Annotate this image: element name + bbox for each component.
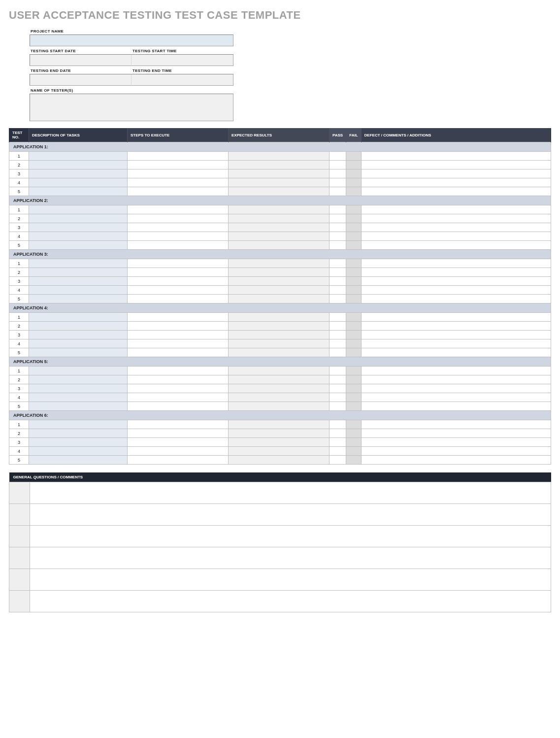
desc-cell[interactable] [29,375,128,384]
fail-cell[interactable] [346,286,361,295]
fail-cell[interactable] [346,161,361,169]
defect-cell[interactable] [361,268,551,277]
expected-cell[interactable] [229,313,329,322]
pass-cell[interactable] [329,214,346,223]
desc-cell[interactable] [29,169,128,178]
defect-cell[interactable] [361,348,551,357]
start-date-input[interactable] [30,54,132,66]
gq-body-cell[interactable] [30,547,551,569]
steps-cell[interactable] [128,286,229,295]
defect-cell[interactable] [361,214,551,223]
expected-cell[interactable] [229,169,329,178]
expected-cell[interactable] [229,339,329,348]
pass-cell[interactable] [329,259,346,268]
pass-cell[interactable] [329,187,346,196]
fail-cell[interactable] [346,393,361,402]
desc-cell[interactable] [29,223,128,232]
steps-cell[interactable] [128,331,229,339]
defect-cell[interactable] [361,339,551,348]
expected-cell[interactable] [229,438,329,447]
start-time-input[interactable] [132,54,233,66]
defect-cell[interactable] [361,456,551,465]
fail-cell[interactable] [346,214,361,223]
desc-cell[interactable] [29,178,128,187]
desc-cell[interactable] [29,456,128,465]
pass-cell[interactable] [329,161,346,169]
steps-cell[interactable] [128,348,229,357]
desc-cell[interactable] [29,331,128,339]
defect-cell[interactable] [361,187,551,196]
defect-cell[interactable] [361,402,551,411]
defect-cell[interactable] [361,259,551,268]
pass-cell[interactable] [329,277,346,286]
steps-cell[interactable] [128,322,229,331]
fail-cell[interactable] [346,187,361,196]
pass-cell[interactable] [329,286,346,295]
desc-cell[interactable] [29,429,128,438]
expected-cell[interactable] [229,429,329,438]
fail-cell[interactable] [346,429,361,438]
pass-cell[interactable] [329,295,346,303]
gq-id-cell[interactable] [9,504,30,526]
defect-cell[interactable] [361,178,551,187]
fail-cell[interactable] [346,322,361,331]
gq-body-cell[interactable] [30,504,551,526]
expected-cell[interactable] [229,205,329,214]
defect-cell[interactable] [361,429,551,438]
steps-cell[interactable] [128,259,229,268]
pass-cell[interactable] [329,393,346,402]
expected-cell[interactable] [229,384,329,393]
fail-cell[interactable] [346,178,361,187]
pass-cell[interactable] [329,339,346,348]
expected-cell[interactable] [229,232,329,241]
expected-cell[interactable] [229,152,329,161]
steps-cell[interactable] [128,438,229,447]
desc-cell[interactable] [29,339,128,348]
gq-id-cell[interactable] [9,526,30,547]
desc-cell[interactable] [29,367,128,375]
fail-cell[interactable] [346,384,361,393]
fail-cell[interactable] [346,232,361,241]
pass-cell[interactable] [329,232,346,241]
pass-cell[interactable] [329,205,346,214]
desc-cell[interactable] [29,241,128,250]
defect-cell[interactable] [361,223,551,232]
steps-cell[interactable] [128,420,229,429]
expected-cell[interactable] [229,456,329,465]
desc-cell[interactable] [29,268,128,277]
expected-cell[interactable] [229,259,329,268]
defect-cell[interactable] [361,367,551,375]
defect-cell[interactable] [361,322,551,331]
fail-cell[interactable] [346,169,361,178]
pass-cell[interactable] [329,447,346,456]
pass-cell[interactable] [329,223,346,232]
desc-cell[interactable] [29,286,128,295]
steps-cell[interactable] [128,161,229,169]
defect-cell[interactable] [361,438,551,447]
gq-body-cell[interactable] [30,526,551,547]
expected-cell[interactable] [229,241,329,250]
expected-cell[interactable] [229,178,329,187]
expected-cell[interactable] [229,393,329,402]
pass-cell[interactable] [329,402,346,411]
fail-cell[interactable] [346,277,361,286]
steps-cell[interactable] [128,367,229,375]
desc-cell[interactable] [29,438,128,447]
steps-cell[interactable] [128,178,229,187]
fail-cell[interactable] [346,295,361,303]
fail-cell[interactable] [346,402,361,411]
defect-cell[interactable] [361,286,551,295]
fail-cell[interactable] [346,348,361,357]
pass-cell[interactable] [329,420,346,429]
defect-cell[interactable] [361,169,551,178]
pass-cell[interactable] [329,438,346,447]
pass-cell[interactable] [329,348,346,357]
pass-cell[interactable] [329,367,346,375]
fail-cell[interactable] [346,367,361,375]
pass-cell[interactable] [329,313,346,322]
steps-cell[interactable] [128,429,229,438]
desc-cell[interactable] [29,348,128,357]
steps-cell[interactable] [128,447,229,456]
steps-cell[interactable] [128,277,229,286]
steps-cell[interactable] [128,402,229,411]
